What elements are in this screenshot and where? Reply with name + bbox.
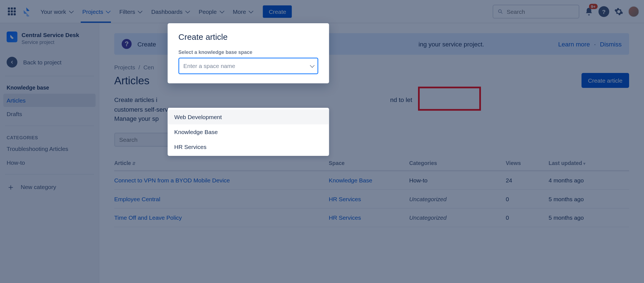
- category-cell: Uncategorized: [409, 214, 446, 221]
- nav-filters[interactable]: Filters: [115, 6, 145, 17]
- app-switcher-icon[interactable]: [5, 5, 18, 18]
- breadcrumb-current[interactable]: Cen: [143, 64, 154, 70]
- search-icon: [497, 8, 503, 15]
- avatar[interactable]: [628, 6, 639, 17]
- space-link[interactable]: HR Services: [329, 214, 361, 221]
- create-button[interactable]: Create: [263, 5, 292, 18]
- dropdown-option[interactable]: Web Development: [168, 109, 329, 124]
- sidebar-category-troubleshooting[interactable]: Troubleshooting Articles: [3, 142, 96, 155]
- table-row: Time Off and Leave PolicyHR ServicesUnca…: [114, 208, 629, 227]
- category-cell: How-to: [409, 177, 428, 184]
- updated-cell: 5 months ago: [549, 208, 629, 227]
- project-type: Service project: [22, 39, 79, 45]
- sidebar-item-articles[interactable]: Articles: [3, 94, 96, 107]
- modal-title: Create article: [179, 32, 318, 42]
- nav-your-work[interactable]: Your work: [36, 6, 76, 17]
- svg-point-0: [499, 9, 502, 12]
- create-article-modal: Create article Select a knowledge base s…: [168, 23, 329, 83]
- articles-table: Article⇵ Space Categories Views Last upd…: [114, 156, 629, 227]
- plus-icon: ＋: [7, 183, 15, 191]
- nav-dashboards[interactable]: Dashboards: [147, 6, 193, 17]
- table-row: Employee CentralHR ServicesUncategorized…: [114, 190, 629, 208]
- kb-section-title: Knowledge base: [3, 81, 96, 93]
- nav-people[interactable]: People: [195, 6, 227, 17]
- views-cell: 24: [506, 171, 549, 189]
- breadcrumb-projects[interactable]: Projects: [114, 64, 135, 70]
- svg-line-1: [501, 12, 502, 13]
- space-dropdown: Web Development Knowledge Base HR Servic…: [168, 108, 329, 156]
- global-search-input[interactable]: [507, 8, 574, 15]
- updated-cell: 4 months ago: [549, 171, 629, 189]
- sort-icon[interactable]: ▾: [583, 161, 586, 166]
- table-row: Connect to VPN from a BYOD Mobile Device…: [114, 171, 629, 189]
- chevron-down-icon: [106, 9, 111, 13]
- nav-more[interactable]: More: [229, 6, 256, 17]
- sidebar-category-howto[interactable]: How-to: [3, 156, 96, 169]
- article-link[interactable]: Connect to VPN from a BYOD Mobile Device: [114, 177, 230, 184]
- project-icon: [7, 32, 17, 42]
- notifications-icon[interactable]: 9+: [584, 6, 594, 17]
- space-select[interactable]: [179, 58, 318, 74]
- settings-icon[interactable]: [613, 6, 624, 17]
- updated-cell: 5 months ago: [549, 190, 629, 208]
- create-article-button[interactable]: Create article: [581, 73, 629, 88]
- top-nav: Your work Projects Filters Dashboards Pe…: [0, 0, 644, 23]
- chevron-down-icon: [249, 9, 254, 13]
- global-search[interactable]: [493, 4, 579, 19]
- back-to-project[interactable]: Back to project: [3, 53, 96, 71]
- dropdown-option[interactable]: HR Services: [168, 139, 329, 154]
- back-arrow-icon: [7, 57, 17, 67]
- article-link[interactable]: Time Off and Leave Policy: [114, 214, 182, 221]
- nav-projects[interactable]: Projects: [78, 6, 113, 17]
- dropdown-option[interactable]: Knowledge Base: [168, 124, 329, 139]
- learn-more-link[interactable]: Learn more: [558, 40, 590, 48]
- sort-icon[interactable]: ⇵: [132, 161, 135, 166]
- space-select-input[interactable]: [183, 63, 309, 69]
- page-title: Articles: [114, 74, 150, 87]
- info-icon: ?: [122, 39, 132, 49]
- jira-logo-icon[interactable]: [22, 6, 31, 16]
- project-name: Central Service Desk: [22, 32, 79, 38]
- sidebar: Central Service Desk Service project Bac…: [0, 23, 99, 283]
- chevron-down-icon: [69, 9, 74, 13]
- article-link[interactable]: Employee Central: [114, 195, 160, 202]
- views-cell: 0: [506, 208, 549, 227]
- help-icon[interactable]: ?: [598, 6, 609, 17]
- chevron-down-icon: [219, 9, 224, 13]
- sidebar-item-drafts[interactable]: Drafts: [3, 107, 96, 120]
- modal-field-label: Select a knowledge base space: [179, 49, 318, 55]
- chevron-down-icon: [185, 9, 190, 13]
- space-link[interactable]: HR Services: [329, 195, 361, 202]
- space-link[interactable]: Knowledge Base: [329, 177, 372, 184]
- category-cell: Uncategorized: [409, 195, 446, 202]
- categories-caption: CATEGORIES: [3, 131, 96, 142]
- notification-badge: 9+: [589, 4, 598, 9]
- dismiss-link[interactable]: Dismiss: [600, 40, 622, 48]
- new-category-button[interactable]: ＋ New category: [3, 179, 96, 194]
- chevron-down-icon: [138, 9, 143, 13]
- chevron-down-icon: [310, 63, 315, 68]
- views-cell: 0: [506, 190, 549, 208]
